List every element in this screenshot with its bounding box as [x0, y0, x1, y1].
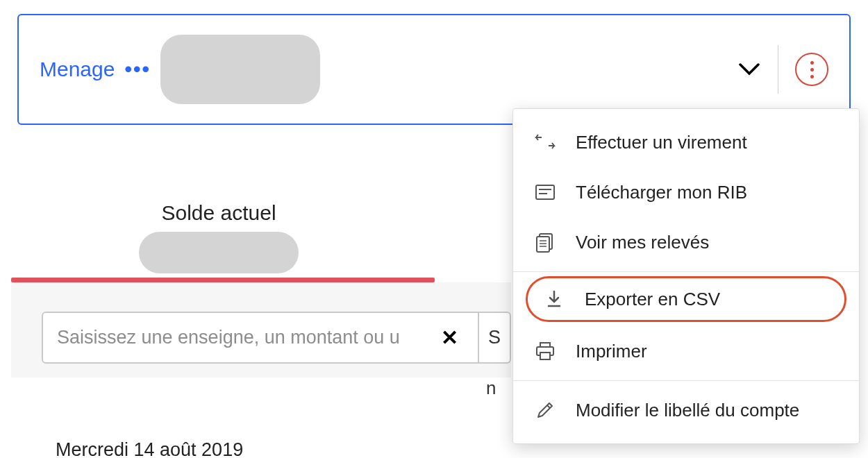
menu-item-print[interactable]: Imprimer — [513, 326, 859, 376]
transfer-icon — [533, 130, 558, 155]
statements-icon — [533, 230, 558, 255]
filter-button[interactable]: S — [479, 312, 511, 364]
rib-document-icon — [533, 180, 558, 205]
download-icon — [542, 287, 567, 312]
menu-item-label: Télécharger mon RIB — [576, 182, 747, 203]
menu-item-transfer[interactable]: Effectuer un virement — [513, 117, 859, 167]
menu-item-label: Effectuer un virement — [576, 132, 747, 153]
vertical-separator — [778, 45, 778, 94]
account-actions — [737, 45, 828, 94]
pencil-icon — [533, 398, 558, 423]
account-name: Menage — [40, 58, 115, 81]
menu-item-label: Exporter en CSV — [585, 289, 720, 310]
redacted-balance-amount — [139, 232, 299, 273]
search-panel: Saisissez une enseigne, un montant ou u … — [11, 282, 511, 378]
chevron-down-icon[interactable] — [737, 58, 761, 81]
balance-section: Solde actuel — [0, 201, 437, 273]
actions-dropdown-menu: Effectuer un virement Télécharger mon RI… — [512, 108, 860, 444]
redacted-account-number — [160, 35, 320, 104]
filter-button-initial: S — [488, 327, 501, 348]
close-icon[interactable]: ✕ — [435, 325, 464, 350]
menu-item-label: Modifier le libellé du compte — [576, 400, 799, 421]
account-masked-dots: ••• — [124, 58, 151, 81]
print-icon — [533, 339, 558, 364]
svg-rect-11 — [540, 353, 550, 359]
search-input[interactable]: Saisissez une enseigne, un montant ou u — [57, 327, 435, 348]
svg-rect-4 — [537, 237, 549, 252]
svg-line-12 — [547, 405, 550, 408]
menu-item-label: Voir mes relevés — [576, 232, 709, 253]
menu-divider — [513, 271, 859, 272]
account-info: Menage ••• — [40, 35, 320, 104]
svg-rect-0 — [536, 185, 554, 199]
balance-label: Solde actuel — [0, 201, 437, 225]
more-actions-button[interactable] — [795, 53, 828, 86]
search-box[interactable]: Saisissez une enseigne, un montant ou u … — [42, 312, 479, 364]
menu-item-download-rib[interactable]: Télécharger mon RIB — [513, 167, 859, 217]
menu-item-label: Imprimer — [576, 341, 647, 362]
menu-item-export-csv[interactable]: Exporter en CSV — [526, 276, 846, 322]
search-row: Saisissez une enseigne, un montant ou u … — [42, 312, 511, 364]
balance-indicator-bar — [11, 278, 435, 282]
menu-divider — [513, 380, 859, 381]
menu-item-edit-label[interactable]: Modifier le libellé du compte — [513, 385, 859, 435]
menu-item-statements[interactable]: Voir mes relevés — [513, 217, 859, 267]
